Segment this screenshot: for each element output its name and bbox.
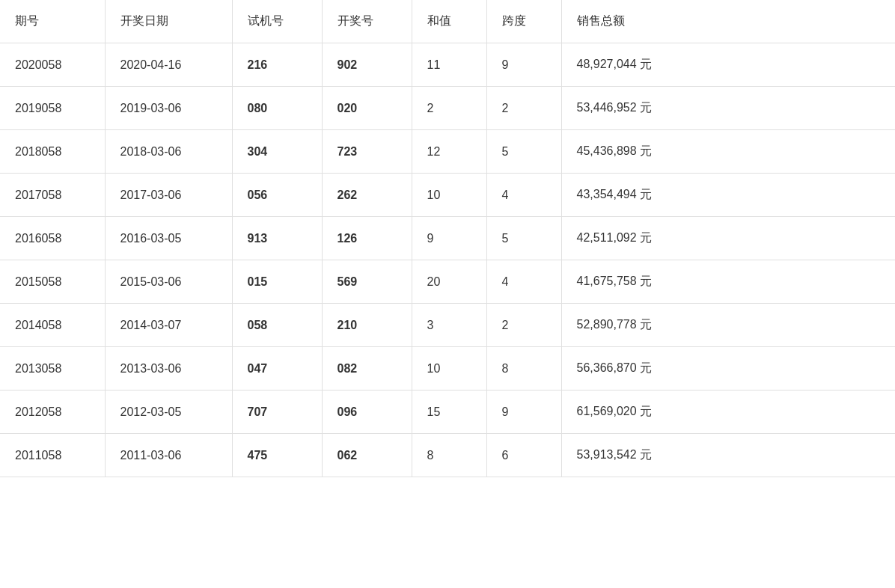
header-date: 开奖日期 [105,0,232,43]
cell-qihao: 2011058 [0,434,105,477]
table-row: 20130582013-03-0604708210856,366,870 元 [0,347,895,391]
cell-kuadu: 6 [486,434,561,477]
cell-qihao: 2018058 [0,130,105,174]
cell-sales: 42,511,092 元 [561,217,895,260]
table-row: 20200582020-04-1621690211948,927,044 元 [0,43,895,87]
cell-kaijang: 082 [322,347,412,391]
cell-hezhi: 3 [412,304,486,347]
header-kuadu: 跨度 [486,0,561,43]
cell-date: 2012-03-05 [105,391,232,434]
cell-shiji: 047 [232,347,322,391]
cell-shiji: 707 [232,391,322,434]
cell-kaijang: 723 [322,130,412,174]
cell-date: 2013-03-06 [105,347,232,391]
cell-shiji: 080 [232,87,322,130]
cell-kuadu: 9 [486,43,561,87]
header-shiji: 试机号 [232,0,322,43]
cell-qihao: 2014058 [0,304,105,347]
cell-sales: 45,436,898 元 [561,130,895,174]
table-row: 20110582011-03-064750628653,913,542 元 [0,434,895,477]
cell-sales: 43,354,494 元 [561,174,895,217]
cell-kuadu: 4 [486,260,561,304]
cell-kaijang: 126 [322,217,412,260]
cell-qihao: 2015058 [0,260,105,304]
cell-sales: 48,927,044 元 [561,43,895,87]
cell-hezhi: 12 [412,130,486,174]
cell-qihao: 2017058 [0,174,105,217]
cell-qihao: 2016058 [0,217,105,260]
header-hezhi: 和值 [412,0,486,43]
cell-kaijang: 096 [322,391,412,434]
lottery-table: 期号 开奖日期 试机号 开奖号 和值 跨度 销售总额 20200582020-0… [0,0,895,477]
cell-shiji: 913 [232,217,322,260]
cell-sales: 53,446,952 元 [561,87,895,130]
cell-qihao: 2013058 [0,347,105,391]
cell-date: 2017-03-06 [105,174,232,217]
cell-kuadu: 5 [486,217,561,260]
cell-shiji: 216 [232,43,322,87]
cell-kuadu: 2 [486,87,561,130]
cell-kaijang: 262 [322,174,412,217]
table-row: 20150582015-03-0601556920441,675,758 元 [0,260,895,304]
table-header-row: 期号 开奖日期 试机号 开奖号 和值 跨度 销售总额 [0,0,895,43]
cell-hezhi: 10 [412,347,486,391]
cell-kaijang: 569 [322,260,412,304]
table-row: 20140582014-03-070582103252,890,778 元 [0,304,895,347]
cell-hezhi: 2 [412,87,486,130]
cell-hezhi: 10 [412,174,486,217]
cell-shiji: 015 [232,260,322,304]
cell-shiji: 475 [232,434,322,477]
cell-date: 2018-03-06 [105,130,232,174]
cell-kuadu: 2 [486,304,561,347]
cell-hezhi: 15 [412,391,486,434]
cell-shiji: 304 [232,130,322,174]
header-sales: 销售总额 [561,0,895,43]
cell-shiji: 056 [232,174,322,217]
table-row: 20180582018-03-0630472312545,436,898 元 [0,130,895,174]
cell-shiji: 058 [232,304,322,347]
cell-hezhi: 11 [412,43,486,87]
cell-date: 2011-03-06 [105,434,232,477]
cell-sales: 56,366,870 元 [561,347,895,391]
table-row: 20170582017-03-0605626210443,354,494 元 [0,174,895,217]
cell-hezhi: 9 [412,217,486,260]
table-row: 20120582012-03-0570709615961,569,020 元 [0,391,895,434]
cell-sales: 53,913,542 元 [561,434,895,477]
cell-hezhi: 20 [412,260,486,304]
header-kaijang: 开奖号 [322,0,412,43]
cell-hezhi: 8 [412,434,486,477]
cell-kaijang: 062 [322,434,412,477]
cell-kuadu: 8 [486,347,561,391]
cell-kaijang: 020 [322,87,412,130]
cell-sales: 61,569,020 元 [561,391,895,434]
main-container: 期号 开奖日期 试机号 开奖号 和值 跨度 销售总额 20200582020-0… [0,0,895,588]
header-qihao: 期号 [0,0,105,43]
cell-sales: 41,675,758 元 [561,260,895,304]
cell-qihao: 2020058 [0,43,105,87]
cell-kuadu: 5 [486,130,561,174]
cell-sales: 52,890,778 元 [561,304,895,347]
cell-qihao: 2012058 [0,391,105,434]
cell-date: 2019-03-06 [105,87,232,130]
cell-date: 2020-04-16 [105,43,232,87]
table-row: 20160582016-03-059131269542,511,092 元 [0,217,895,260]
cell-date: 2015-03-06 [105,260,232,304]
cell-kuadu: 9 [486,391,561,434]
cell-kaijang: 902 [322,43,412,87]
cell-qihao: 2019058 [0,87,105,130]
cell-kaijang: 210 [322,304,412,347]
cell-kuadu: 4 [486,174,561,217]
table-row: 20190582019-03-060800202253,446,952 元 [0,87,895,130]
cell-date: 2016-03-05 [105,217,232,260]
cell-date: 2014-03-07 [105,304,232,347]
